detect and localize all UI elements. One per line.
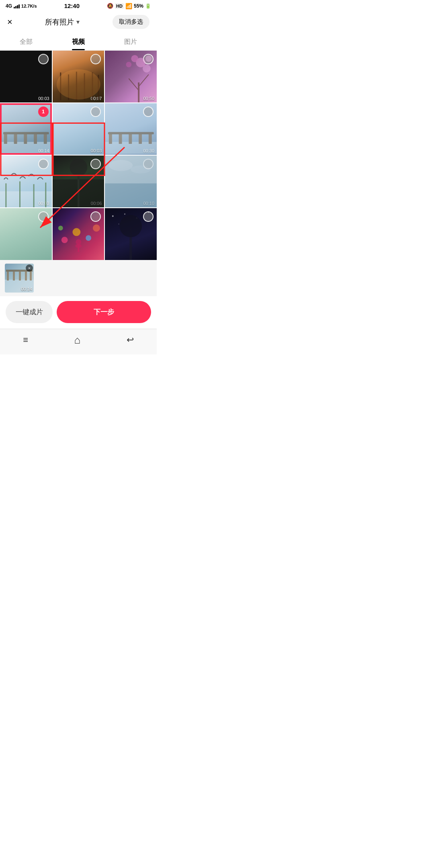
grid-item-3[interactable]: 00:50 [105, 51, 157, 102]
svg-point-41 [131, 166, 151, 174]
svg-rect-25 [119, 133, 122, 144]
bell-icon: 🔕 [107, 3, 113, 9]
next-button[interactable]: 下一步 [57, 301, 151, 323]
media-grid: 00:03 00:07 00:50 [0, 51, 157, 260]
battery-icon: 🔋 [145, 3, 151, 9]
cancel-multi-button[interactable]: 取消多选 [113, 15, 149, 29]
dropdown-icon[interactable]: ▾ [76, 18, 80, 26]
tab-photo[interactable]: 图片 [104, 33, 157, 50]
nav-home-icon[interactable]: ⌂ [74, 334, 81, 346]
svg-point-7 [57, 69, 100, 99]
svg-point-42 [61, 237, 68, 243]
select-circle-4[interactable]: 1 [38, 106, 49, 117]
svg-rect-20 [34, 133, 37, 144]
status-right: 🔕 HD 📶 55% 🔋 [107, 3, 151, 9]
media-grid-area: 00:03 00:07 00:50 [0, 51, 157, 260]
close-button[interactable]: × [7, 17, 12, 27]
selected-strip: 00:14 × [0, 260, 157, 296]
album-title: 所有照片 [45, 17, 74, 27]
bottom-bar: 一键成片 下一步 [0, 296, 157, 329]
svg-point-9 [131, 55, 139, 62]
signal-bar-3 [17, 5, 18, 8]
signal-bars [14, 4, 20, 8]
svg-rect-17 [4, 134, 7, 144]
svg-rect-66 [30, 272, 32, 280]
grid-item-9[interactable]: 00:10 [105, 156, 157, 207]
select-circle-2[interactable] [90, 54, 101, 64]
status-time: 12:40 [64, 2, 80, 9]
grid-item-8[interactable]: 00:06 [53, 156, 104, 207]
select-circle-6[interactable] [143, 106, 154, 117]
svg-rect-24 [109, 134, 112, 144]
svg-point-37 [70, 159, 87, 176]
grid-item-6[interactable]: 00:30 [105, 103, 157, 155]
network-speed: 12.7K/s [21, 4, 37, 8]
svg-point-43 [72, 228, 80, 236]
tab-bar: 全部 视频 图片 [0, 33, 157, 51]
header-title: 所有照片 ▾ [45, 17, 80, 27]
svg-rect-62 [7, 272, 9, 280]
duration-1: 00:03 [38, 96, 49, 101]
signal-bar-2 [15, 6, 16, 8]
svg-rect-28 [149, 134, 152, 144]
grid-item-2[interactable]: 00:07 [53, 51, 104, 102]
svg-rect-22 [3, 132, 49, 134]
one-click-button[interactable]: 一键成片 [6, 301, 53, 323]
svg-rect-63 [13, 271, 15, 280]
select-circle-10[interactable] [38, 211, 49, 222]
svg-point-54 [119, 224, 119, 225]
svg-point-51 [124, 213, 125, 215]
tab-video[interactable]: 视频 [52, 33, 104, 50]
svg-rect-26 [129, 134, 132, 144]
svg-line-15 [139, 74, 149, 86]
svg-point-45 [93, 225, 100, 232]
svg-point-53 [148, 211, 149, 213]
svg-point-44 [86, 235, 91, 241]
svg-rect-65 [25, 271, 27, 280]
grid-item-12[interactable] [105, 208, 157, 260]
nav-bar: ≡ ⌂ ↩ [0, 329, 157, 354]
selected-thumb-close-1[interactable]: × [26, 264, 33, 272]
svg-line-14 [129, 78, 139, 90]
svg-rect-30 [0, 191, 52, 207]
tab-all[interactable]: 全部 [0, 33, 52, 50]
status-bar: 4G 12.7K/s 12:40 🔕 HD 📶 55% 🔋 [0, 0, 157, 11]
grid-item-5[interactable]: 00:03 [53, 103, 104, 155]
svg-point-56 [120, 215, 142, 237]
status-left: 4G 12.7K/s [6, 3, 37, 9]
svg-point-49 [76, 239, 81, 245]
header: × 所有照片 ▾ 取消多选 [0, 11, 157, 33]
select-circle-1[interactable] [38, 54, 49, 64]
selected-thumb-1: 00:14 × [5, 264, 34, 293]
wifi-icon: 📶 [125, 3, 132, 9]
svg-point-12 [145, 55, 152, 62]
svg-rect-38 [105, 184, 157, 207]
grid-item-1[interactable]: 00:03 [0, 51, 52, 102]
signal-bar-4 [18, 4, 20, 8]
svg-point-11 [126, 62, 132, 68]
grid-item-4[interactable]: 1 00:14 [0, 103, 52, 155]
svg-point-46 [58, 226, 63, 231]
svg-rect-18 [14, 133, 17, 144]
svg-rect-19 [24, 134, 27, 144]
duration-5: 00:03 [91, 148, 102, 153]
nav-back-icon[interactable]: ↩ [127, 335, 134, 345]
battery-label: 55% [134, 3, 143, 9]
grid-item-11[interactable] [53, 208, 104, 260]
svg-point-10 [143, 65, 151, 73]
signal-bar-1 [14, 7, 15, 8]
selected-thumb-duration-1: 00:14 [21, 287, 32, 291]
hd-label: HD [115, 3, 124, 9]
select-circle-5[interactable] [90, 106, 101, 117]
svg-rect-21 [44, 134, 47, 144]
network-label: 4G [6, 3, 12, 9]
svg-rect-29 [108, 132, 154, 134]
grid-item-7[interactable]: 00:03 [0, 156, 52, 207]
svg-rect-27 [139, 133, 142, 144]
grid-item-10[interactable] [0, 208, 52, 260]
svg-point-40 [109, 160, 133, 171]
nav-menu-icon[interactable]: ≡ [23, 335, 28, 345]
svg-point-50 [112, 215, 114, 217]
svg-rect-64 [19, 272, 21, 280]
